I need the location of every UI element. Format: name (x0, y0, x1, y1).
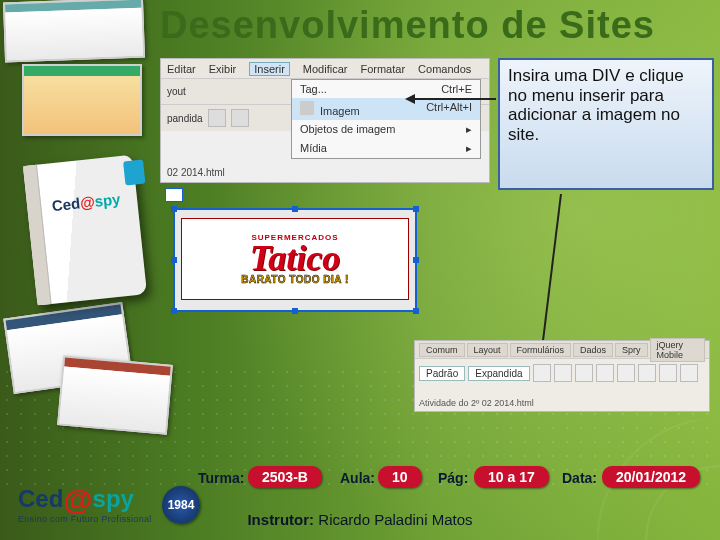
tatico-logo: SUPERMERCADOS Tatico BARATO TODO DIA ! (181, 218, 409, 300)
mode-expandida[interactable]: Expandida (468, 366, 529, 381)
resize-handle[interactable] (413, 257, 419, 263)
aula-label: Aula: (340, 470, 375, 486)
tab-layout[interactable]: Layout (467, 343, 508, 357)
open-file-label: 02 2014.html (167, 167, 225, 178)
resize-handle[interactable] (171, 308, 177, 314)
insert-button[interactable] (638, 364, 656, 382)
insert-button[interactable] (596, 364, 614, 382)
insert-panel-tabs: Comum Layout Formulários Dados Spry jQue… (415, 341, 709, 359)
menu-comandos[interactable]: Comandos (418, 63, 471, 75)
chevron-right-icon: ▸ (466, 123, 472, 136)
dropdown-item-tag[interactable]: Tag... Ctrl+E (292, 80, 480, 98)
tab-comum[interactable]: Comum (419, 343, 465, 357)
data-badge: 20/01/2012 (602, 466, 700, 488)
insert-panel-file: Atividade do 2º 02 2014.html (419, 398, 534, 408)
menu-editar[interactable]: Editar (167, 63, 196, 75)
aula-badge: 10 (378, 466, 422, 488)
pag-label: Pág: (438, 470, 468, 486)
insert-dropdown: Tag... Ctrl+E Imagem Ctrl+Alt+I Objetos … (291, 79, 481, 159)
turma-label: Turma: (198, 470, 244, 486)
pag-badge: 10 a 17 (474, 466, 549, 488)
resize-handle[interactable] (171, 257, 177, 263)
insert-button[interactable] (617, 364, 635, 382)
thumb-item (22, 64, 142, 136)
book-logo-ced: Ced (51, 194, 81, 214)
dropdown-item-midia[interactable]: Mídia ▸ (292, 139, 480, 158)
dreamweaver-menu-screenshot: Editar Exibir Inserir Modificar Formatar… (160, 58, 490, 183)
selected-div-canvas: SUPERMERCADOS Tatico BARATO TODO DIA ! (165, 200, 425, 320)
image-icon (300, 101, 314, 115)
insert-panel-row: Padrão Expandida (415, 359, 709, 387)
data-label: Data: (562, 470, 597, 486)
chevron-right-icon: ▸ (466, 142, 472, 155)
arrow-to-menu (408, 98, 496, 100)
instructor-label: Instrutor: (247, 511, 314, 528)
thumb-item (57, 355, 173, 434)
logo-year: 1984 (162, 486, 200, 524)
dropdown-item-objetos[interactable]: Objetos de imagem ▸ (292, 120, 480, 139)
thumb-item (3, 0, 145, 62)
menu-formatar[interactable]: Formatar (360, 63, 405, 75)
slide-title: Desenvolvimento de Sites (160, 4, 710, 47)
tab-formularios[interactable]: Formulários (510, 343, 572, 357)
insert-button[interactable] (659, 364, 677, 382)
tatico-brand: Tatico (250, 242, 341, 274)
logo-ced: Ced (18, 485, 63, 512)
toolbar-button[interactable] (231, 109, 249, 127)
book-logo-spy: spy (94, 190, 121, 210)
menu-inserir[interactable]: Inserir (249, 62, 290, 76)
insert-panel-screenshot: Comum Layout Formulários Dados Spry jQue… (414, 340, 710, 412)
book-logo: Ced@spy (50, 190, 127, 267)
instruction-callout: Insira uma DIV e clique no menu inserir … (498, 58, 714, 190)
logo-tagline: Ensino com Futuro Profissional (18, 514, 178, 524)
resize-handle[interactable] (413, 206, 419, 212)
dropdown-label: Tag... (300, 83, 327, 95)
div-tag-icon (165, 188, 183, 202)
resize-handle[interactable] (171, 206, 177, 212)
logo-spy: spy (93, 485, 134, 512)
dropdown-label: Imagem (320, 105, 360, 117)
menu-exibir[interactable]: Exibir (209, 63, 237, 75)
tatico-slogan: BARATO TODO DIA ! (241, 274, 349, 285)
insert-button[interactable] (680, 364, 698, 382)
insert-button[interactable] (554, 364, 572, 382)
menubar: Editar Exibir Inserir Modificar Formatar… (161, 59, 489, 79)
resize-handle[interactable] (292, 206, 298, 212)
dropdown-label: Objetos de imagem (300, 123, 395, 136)
tab-jquery[interactable]: jQuery Mobile (650, 338, 705, 362)
dropdown-label: Mídia (300, 142, 327, 155)
insert-button[interactable] (533, 364, 551, 382)
cedaspy-book: Ced@spy (23, 155, 147, 306)
book-tab (123, 160, 145, 186)
logo-at-icon: @ (63, 483, 92, 517)
insert-button[interactable] (575, 364, 593, 382)
menu-modificar[interactable]: Modificar (303, 63, 348, 75)
tab-dados[interactable]: Dados (573, 343, 613, 357)
turma-badge: 2503-B (248, 466, 322, 488)
mode-padrao[interactable]: Padrão (419, 366, 465, 381)
dropdown-shortcut: Ctrl+Alt+I (426, 101, 472, 117)
toolbar-label-expandida: pandida (167, 113, 203, 124)
toolbar-label-layout: yout (167, 86, 186, 97)
dropdown-item-imagem[interactable]: Imagem Ctrl+Alt+I (292, 98, 480, 120)
resize-handle[interactable] (292, 308, 298, 314)
instructor-name: Ricardo Paladini Matos (318, 511, 472, 528)
toolbar-button[interactable] (208, 109, 226, 127)
cedaspy-logo: Ced@spy 1984 Ensino com Futuro Profissio… (18, 480, 178, 534)
dropdown-shortcut: Ctrl+E (441, 83, 472, 95)
resize-handle[interactable] (413, 308, 419, 314)
tab-spry[interactable]: Spry (615, 343, 648, 357)
